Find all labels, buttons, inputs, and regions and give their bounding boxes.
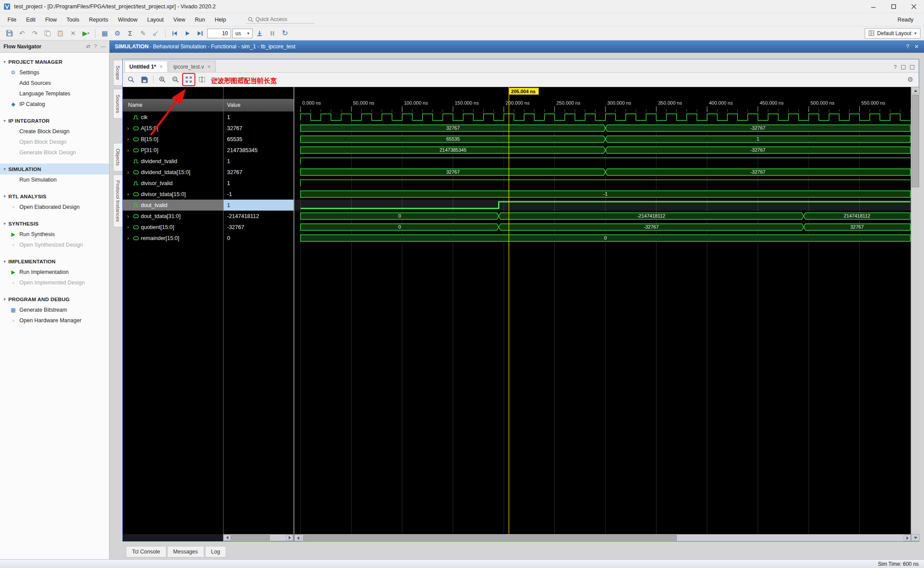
menu-edit[interactable]: Edit bbox=[21, 15, 40, 25]
maximize-panel-icon[interactable] bbox=[910, 65, 914, 69]
zoom-in-icon[interactable] bbox=[157, 74, 168, 85]
signal-name-remainder-15-0[interactable]: ›remainder[15:0] bbox=[123, 233, 223, 244]
context-close-icon[interactable]: ✕ bbox=[914, 44, 919, 50]
signal-name-b-15-0[interactable]: ›B[15:0] bbox=[123, 134, 223, 145]
signal-value-b-15-0[interactable]: 65535 bbox=[223, 134, 293, 145]
redo-icon[interactable]: ↷ bbox=[29, 28, 40, 39]
signal-value-p-31-0[interactable]: 2147385345 bbox=[223, 145, 293, 156]
flow-section-header-simulation[interactable]: ▾SIMULATION bbox=[0, 164, 109, 175]
side-tab-scope[interactable]: Scope bbox=[113, 60, 122, 86]
menu-window[interactable]: Window bbox=[113, 15, 142, 25]
names-horizontal-scrollbar[interactable] bbox=[223, 534, 293, 541]
expand-chevron-icon[interactable]: › bbox=[125, 224, 131, 230]
float-window-icon[interactable] bbox=[901, 65, 906, 69]
scrollbar-thumb[interactable] bbox=[912, 95, 919, 187]
menu-tools[interactable]: Tools bbox=[62, 15, 84, 25]
flow-section-header-synthesis[interactable]: ▾SYNTHESIS bbox=[0, 218, 109, 229]
restart-simulation-icon[interactable] bbox=[169, 28, 180, 39]
expand-chevron-icon[interactable]: › bbox=[125, 213, 131, 219]
signal-value-dout-tdata-31-0[interactable]: -2147418112 bbox=[223, 211, 293, 222]
timeline-ruler[interactable]: 0.000 ns50.000 ns100.000 ns150.000 ns200… bbox=[294, 87, 912, 112]
nav-item-settings[interactable]: ⚙Settings bbox=[0, 67, 109, 78]
signal-value-divisor-tvalid[interactable]: 1 bbox=[223, 178, 293, 189]
scroll-right-arrow-icon[interactable] bbox=[286, 535, 293, 541]
signal-value-quotient-15-0[interactable]: -32767 bbox=[223, 222, 293, 233]
signal-name-dout-tdata-31-0[interactable]: ›dout_tdata[31:0] bbox=[123, 211, 223, 222]
waveform-vertical-scrollbar[interactable] bbox=[911, 87, 920, 541]
waveform-horizontal-scrollbar[interactable] bbox=[294, 534, 911, 541]
sum-icon[interactable]: Σ bbox=[125, 28, 136, 39]
signal-value-divisor-tdata-15-0[interactable]: -1 bbox=[223, 189, 293, 200]
close-button[interactable] bbox=[904, 0, 924, 13]
expand-chevron-icon[interactable]: › bbox=[125, 235, 131, 241]
scroll-left-arrow-icon[interactable] bbox=[224, 535, 231, 541]
expand-chevron-icon[interactable]: › bbox=[125, 191, 131, 197]
run-for-time-icon[interactable] bbox=[194, 28, 206, 39]
nav-item-run-synthesis[interactable]: ▶Run Synthesis bbox=[0, 229, 109, 240]
expand-chevron-icon[interactable]: › bbox=[125, 125, 131, 131]
undo-icon[interactable]: ↶ bbox=[16, 28, 28, 39]
column-header-value[interactable]: Value bbox=[223, 102, 293, 108]
copy-icon[interactable] bbox=[42, 28, 53, 39]
quick-access-input[interactable] bbox=[256, 16, 313, 22]
toggle-panel-icon[interactable]: ⇄ bbox=[86, 44, 90, 49]
signal-name-divisor-tdata-15-0[interactable]: ›divisor_tdata[15:0] bbox=[123, 189, 223, 200]
quick-access-search[interactable] bbox=[246, 15, 315, 24]
context-help-icon[interactable]: ? bbox=[906, 44, 909, 50]
signal-name-dividend-tdata-15-0[interactable]: ›dividend_tdata[15:0] bbox=[123, 167, 223, 178]
zoom-to-cursor-icon[interactable] bbox=[196, 74, 208, 85]
scroll-down-arrow-icon[interactable] bbox=[911, 534, 920, 541]
menu-reports[interactable]: Reports bbox=[84, 15, 113, 25]
flow-section-header-rtl-analysis[interactable]: ▾RTL ANALYSIS bbox=[0, 191, 109, 202]
signal-value-dividend-tvalid[interactable]: 1 bbox=[223, 156, 293, 167]
tab-ipcore-test-v[interactable]: ipcore_test.v× bbox=[169, 61, 216, 72]
nav-item-generate-bitstream[interactable]: ▦Generate Bitstream bbox=[0, 305, 109, 315]
signal-name-clk[interactable]: clk bbox=[123, 112, 223, 123]
run-all-icon[interactable] bbox=[182, 28, 193, 39]
settings-gear-icon[interactable]: ⚙ bbox=[112, 28, 123, 39]
find-icon[interactable] bbox=[125, 74, 137, 85]
nav-item-create-block-design[interactable]: Create Block Design bbox=[0, 126, 109, 137]
side-tab-protocol-instances[interactable]: Protocol Instances bbox=[113, 175, 122, 228]
layout-selector[interactable]: Default Layout ▾ bbox=[865, 28, 920, 39]
nav-item-add-sources[interactable]: Add Sources bbox=[0, 78, 109, 88]
paste-icon[interactable] bbox=[55, 28, 66, 39]
flow-section-header-program-and-debug[interactable]: ▾PROGRAM AND DEBUG bbox=[0, 294, 109, 305]
nav-item-ip-catalog[interactable]: ◆IP Catalog bbox=[0, 99, 109, 109]
pause-icon[interactable] bbox=[267, 28, 278, 39]
scroll-left-arrow-icon[interactable] bbox=[294, 535, 301, 541]
tab-untitled-1[interactable]: Untitled 1*× bbox=[125, 61, 168, 72]
name-value-column-separator[interactable] bbox=[223, 87, 224, 534]
expand-chevron-icon[interactable]: › bbox=[125, 147, 131, 153]
edit-icon[interactable]: ✎ bbox=[137, 28, 149, 39]
bottom-tab-tcl-console[interactable]: Tcl Console bbox=[126, 546, 166, 557]
nav-item-run-simulation[interactable]: Run Simulation bbox=[0, 175, 109, 185]
help-icon[interactable]: ? bbox=[94, 44, 97, 49]
bottom-tab-log[interactable]: Log bbox=[205, 546, 227, 557]
side-tab-objects[interactable]: Objects bbox=[113, 143, 122, 171]
probe-icon[interactable] bbox=[150, 28, 161, 39]
step-icon[interactable] bbox=[254, 28, 265, 39]
save-waveform-icon[interactable] bbox=[139, 74, 150, 85]
relaunch-icon[interactable]: ↻ bbox=[279, 28, 291, 39]
menu-flow[interactable]: Flow bbox=[40, 15, 62, 25]
flow-section-header-implementation[interactable]: ▾IMPLEMENTATION bbox=[0, 256, 109, 267]
signal-value-a-15-0[interactable]: 32767 bbox=[223, 123, 293, 134]
signal-value-dout-tvalid[interactable]: 1 bbox=[223, 200, 293, 211]
flow-section-header-ip-integrator[interactable]: ▾IP INTEGRATOR bbox=[0, 115, 109, 126]
signal-name-quotient-15-0[interactable]: ›quotient[15:0] bbox=[123, 222, 223, 233]
scrollbar-thumb[interactable] bbox=[231, 535, 270, 540]
wave-settings-gear-icon[interactable]: ⚙ bbox=[905, 74, 916, 85]
tab-close-icon[interactable]: × bbox=[208, 64, 211, 70]
signal-name-divisor-tvalid[interactable]: divisor_tvalid bbox=[123, 178, 223, 189]
nav-item-language-templates[interactable]: Language Templates bbox=[0, 88, 109, 99]
side-tab-sources[interactable]: Sources bbox=[113, 89, 122, 119]
tab-close-icon[interactable]: × bbox=[160, 64, 163, 70]
run-time-input[interactable] bbox=[207, 29, 231, 38]
scrollbar-thumb[interactable] bbox=[303, 535, 677, 541]
save-project-icon[interactable] bbox=[4, 28, 15, 39]
nav-item-open-elaborated-design[interactable]: ›Open Elaborated Design bbox=[0, 202, 109, 212]
minimize-button[interactable] bbox=[863, 0, 884, 13]
nav-item-run-implementation[interactable]: ▶Run Implementation bbox=[0, 267, 109, 277]
delete-icon[interactable]: ✕ bbox=[67, 28, 79, 39]
